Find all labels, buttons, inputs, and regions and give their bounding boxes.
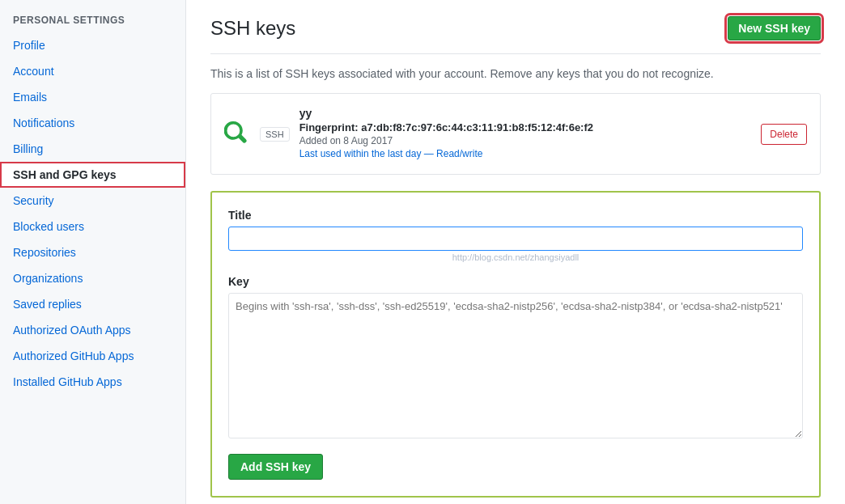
sidebar-item-blocked-users[interactable]: Blocked users xyxy=(0,214,185,239)
title-form-group: Title http://blog.csdn.net/zhangsiyadll xyxy=(228,209,803,262)
sidebar-item-ssh-gpg[interactable]: SSH and GPG keys xyxy=(0,162,185,188)
sidebar-item-installed-apps[interactable]: Installed GitHub Apps xyxy=(0,369,185,395)
sidebar-header: Personal settings xyxy=(0,8,185,32)
main-content: SSH keys New SSH key This is a list of S… xyxy=(186,0,845,504)
fingerprint-label: Fingerprint: xyxy=(299,121,359,133)
ssh-badge: SSH xyxy=(260,127,290,142)
key-info: yy Fingerprint: a7:db:f8:7c:97:6c:44:c3:… xyxy=(299,107,762,161)
sidebar-item-emails[interactable]: Emails xyxy=(0,84,185,110)
key-name: yy xyxy=(299,107,762,120)
watermark: http://blog.csdn.net/zhangsiyadll xyxy=(228,252,803,262)
delete-key-button[interactable]: Delete xyxy=(761,124,807,145)
key-icon xyxy=(224,121,247,144)
key-label: Key xyxy=(228,275,803,288)
sidebar-item-organizations[interactable]: Organizations xyxy=(0,265,185,291)
sidebar-item-github-apps[interactable]: Authorized GitHub Apps xyxy=(0,343,185,369)
sidebar: Personal settings Profile Account Emails… xyxy=(0,0,186,504)
sidebar-item-saved-replies[interactable]: Saved replies xyxy=(0,291,185,317)
sidebar-item-repositories[interactable]: Repositories xyxy=(0,239,185,265)
new-key-form: Title http://blog.csdn.net/zhangsiyadll … xyxy=(210,191,821,498)
key-fingerprint: Fingerprint: a7:db:f8:7c:97:6c:44:c3:11:… xyxy=(299,121,762,133)
page-description: This is a list of SSH keys associated wi… xyxy=(210,67,821,80)
key-form-group: Key xyxy=(228,275,803,441)
sidebar-item-profile[interactable]: Profile xyxy=(0,32,185,58)
add-ssh-key-button[interactable]: Add SSH key xyxy=(228,454,323,480)
sidebar-item-oauth-apps[interactable]: Authorized OAuth Apps xyxy=(0,317,185,343)
new-ssh-key-button[interactable]: New SSH key xyxy=(728,16,821,40)
sidebar-item-notifications[interactable]: Notifications xyxy=(0,110,185,136)
key-used: Last used within the last day — Read/wri… xyxy=(299,148,762,159)
key-textarea[interactable] xyxy=(228,293,803,438)
sidebar-item-security[interactable]: Security xyxy=(0,188,185,214)
page-title: SSH keys xyxy=(210,17,295,40)
title-label: Title xyxy=(228,209,803,222)
fingerprint-value: a7:db:f8:7c:97:6c:44:c3:11:91:b8:f5:12:4… xyxy=(361,121,593,133)
page-header: SSH keys New SSH key xyxy=(210,16,821,54)
ssh-key-card: SSH yy Fingerprint: a7:db:f8:7c:97:6c:44… xyxy=(210,93,821,175)
title-input[interactable] xyxy=(228,227,803,251)
key-added: Added on 8 Aug 2017 xyxy=(299,135,762,146)
sidebar-item-billing[interactable]: Billing xyxy=(0,136,185,162)
sidebar-item-account[interactable]: Account xyxy=(0,58,185,84)
ssh-key-icon-wrap xyxy=(224,121,247,146)
